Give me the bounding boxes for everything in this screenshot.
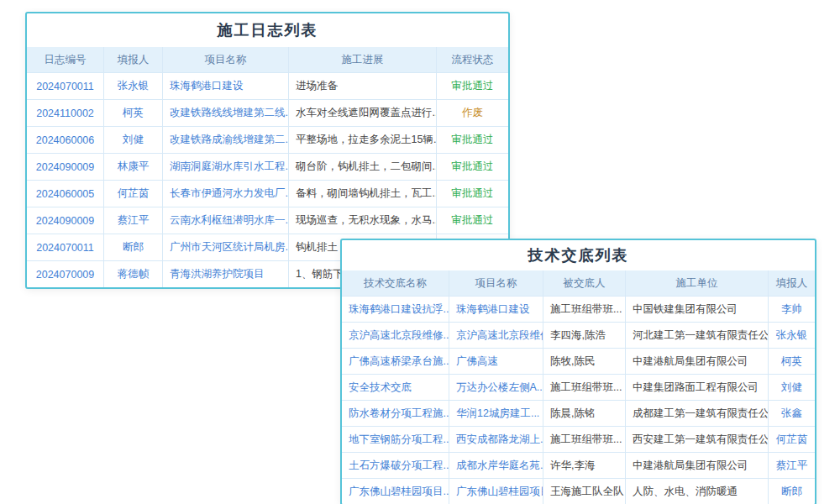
progress-text: 现场巡查，无积水现象，水马... xyxy=(289,207,437,234)
reporter-link[interactable]: 张永银 xyxy=(769,323,815,348)
disclosed-person-text: 王海施工队全队 xyxy=(543,479,626,504)
table-row: 2024060005何芷茵长春市伊通河水力发电厂...备料，砌间墙钩机排土，瓦工… xyxy=(27,181,508,207)
disclosed-person-text: 许华,李海 xyxy=(543,453,626,478)
reporter-link[interactable]: 柯英 xyxy=(769,349,815,374)
log-id-link[interactable]: 2024060005 xyxy=(27,181,104,207)
table-row: 2024090009林康平湖南洞庭湖水库引水工程...砌台阶，钩机排土，二包砌间… xyxy=(27,154,508,181)
reporter-link[interactable]: 蔡江平 xyxy=(769,453,815,478)
disclosure-name-link[interactable]: 土石方爆破分项工程... xyxy=(342,453,449,478)
construction-log-header-row: 日志编号填报人项目名称施工进展流程状态 xyxy=(27,47,508,73)
disclosed-person-text: 李四海,陈浩 xyxy=(543,323,626,348)
table-row: 2024060006刘健改建铁路成渝线增建第二...平整场地，拉走多余泥土15辆… xyxy=(27,127,508,154)
project-name-link[interactable]: 华润12城房建工... xyxy=(449,401,543,426)
tech-disclosure-header-row: 技术交底名称项目名称被交底人施工单位填报人 xyxy=(342,270,815,297)
table-row: 土石方爆破分项工程...成都水岸华庭名苑...许华,李海中建港航局集团有限公司蔡… xyxy=(342,453,815,479)
reporter-link[interactable]: 蒋德帧 xyxy=(104,261,163,287)
reporter-link[interactable]: 断郎 xyxy=(104,234,163,260)
disclosure-name-link[interactable]: 广佛高速桥梁承台施... xyxy=(342,349,449,374)
reporter-link[interactable]: 何芷茵 xyxy=(769,427,815,452)
disclosure-name-link[interactable]: 京沪高速北京段维修... xyxy=(342,323,449,348)
status-badge: 审批通过 xyxy=(437,181,508,207)
project-name-link[interactable]: 青海洪湖养护院项目 xyxy=(163,261,289,287)
log-id-link[interactable]: 2024060006 xyxy=(27,127,104,153)
disclosure-name-link[interactable]: 防水卷材分项工程施... xyxy=(342,401,449,426)
column-header-id: 日志编号 xyxy=(27,47,104,72)
disclosure-name-link[interactable]: 广东佛山碧桂园项目... xyxy=(342,479,449,504)
project-name-link[interactable]: 广东佛山碧桂园项目 xyxy=(449,479,543,504)
project-name-link[interactable]: 云南水利枢纽潜明水库一... xyxy=(163,207,289,234)
reporter-link[interactable]: 张永银 xyxy=(104,73,163,99)
project-name-link[interactable]: 珠海鹤港口建设 xyxy=(449,297,543,322)
construction-unit-text: 西安建工第一建筑有限责任公司 xyxy=(626,427,769,452)
project-name-link[interactable]: 京沪高速北京段维修 xyxy=(449,323,543,348)
project-name-link[interactable]: 湖南洞庭湖水库引水工程... xyxy=(163,154,289,180)
disclosure-name-link[interactable]: 珠海鹤港口建设抗浮... xyxy=(342,297,449,322)
reporter-link[interactable]: 蔡江平 xyxy=(104,207,163,234)
reporter-link[interactable]: 张鑫 xyxy=(769,401,815,426)
project-name-link[interactable]: 成都水岸华庭名苑... xyxy=(449,453,543,478)
column-header-person: 被交底人 xyxy=(543,270,626,296)
log-id-link[interactable]: 2024090009 xyxy=(27,207,104,234)
project-name-link[interactable]: 珠海鹤港口建设 xyxy=(163,73,289,99)
table-row: 安全技术交底万达办公楼左侧A...施工班组带班...中建集团路面工程有限公司刘健 xyxy=(342,375,815,401)
log-id-link[interactable]: 2024090009 xyxy=(27,154,104,180)
disclosed-person-text: 陈晨,陈铭 xyxy=(543,401,626,426)
reporter-link[interactable]: 刘健 xyxy=(104,127,163,153)
status-badge: 审批通过 xyxy=(437,127,508,153)
disclosed-person-text: 施工班组带班... xyxy=(543,297,626,322)
progress-text: 进场准备 xyxy=(289,73,437,99)
disclosed-person-text: 陈牧,陈民 xyxy=(543,349,626,374)
tech-disclosure-panel: 技术交底列表 技术交底名称项目名称被交底人施工单位填报人 珠海鹤港口建设抗浮..… xyxy=(340,239,816,504)
table-row: 珠海鹤港口建设抗浮...珠海鹤港口建设施工班组带班...中国铁建集团有限公司李帅 xyxy=(342,297,815,323)
construction-unit-text: 中建港航局集团有限公司 xyxy=(626,349,769,374)
construction-unit-text: 中建集团路面工程有限公司 xyxy=(626,375,769,400)
status-badge: 审批通过 xyxy=(437,73,508,99)
construction-unit-text: 中建港航局集团有限公司 xyxy=(626,453,769,478)
table-row: 京沪高速北京段维修...京沪高速北京段维修李四海,陈浩河北建工第一建筑有限责任公… xyxy=(342,323,815,349)
status-badge: 审批通过 xyxy=(437,154,508,180)
log-id-link[interactable]: 2024070011 xyxy=(27,234,104,260)
project-name-link[interactable]: 改建铁路成渝线增建第二... xyxy=(163,127,289,153)
status-badge: 作废 xyxy=(437,100,508,126)
construction-unit-text: 人防、水电、消防暖通 xyxy=(626,479,769,504)
disclosure-name-link[interactable]: 安全技术交底 xyxy=(342,375,449,400)
disclosed-person-text: 施工班组带班... xyxy=(543,427,626,452)
construction-log-title: 施工日志列表 xyxy=(27,13,508,47)
table-row: 2024070011张永银珠海鹤港口建设进场准备审批通过 xyxy=(27,73,508,100)
construction-unit-text: 成都建工第一建筑有限责任公司 xyxy=(626,401,769,426)
disclosed-person-text: 施工班组带班... xyxy=(543,375,626,400)
column-header-reporter: 填报人 xyxy=(104,47,163,72)
column-header-progress: 施工进展 xyxy=(289,47,437,72)
table-row: 2024110002柯英改建铁路线线增建第二线...水车对全线遮阳网覆盖点进行.… xyxy=(27,100,508,127)
log-id-link[interactable]: 2024070009 xyxy=(27,261,104,287)
progress-text: 水车对全线遮阳网覆盖点进行... xyxy=(289,100,437,126)
table-row: 2024090009蔡江平云南水利枢纽潜明水库一...现场巡查，无积水现象，水马… xyxy=(27,207,508,234)
column-header-status: 流程状态 xyxy=(437,47,508,72)
table-row: 防水卷材分项工程施...华润12城房建工...陈晨,陈铭成都建工第一建筑有限责任… xyxy=(342,401,815,427)
status-badge: 审批通过 xyxy=(437,207,508,234)
tech-disclosure-title: 技术交底列表 xyxy=(342,240,815,270)
reporter-link[interactable]: 柯英 xyxy=(104,100,163,126)
progress-text: 平整场地，拉走多余泥土15辆... xyxy=(289,127,437,153)
project-name-link[interactable]: 改建铁路线线增建第二线... xyxy=(163,100,289,126)
reporter-link[interactable]: 刘健 xyxy=(769,375,815,400)
reporter-link[interactable]: 李帅 xyxy=(769,297,815,322)
column-header-project: 项目名称 xyxy=(449,270,543,296)
reporter-link[interactable]: 何芷茵 xyxy=(104,181,163,207)
project-name-link[interactable]: 万达办公楼左侧A... xyxy=(449,375,543,400)
project-name-link[interactable]: 广佛高速 xyxy=(449,349,543,374)
project-name-link[interactable]: 广州市天河区统计局机房... xyxy=(163,234,289,260)
project-name-link[interactable]: 长春市伊通河水力发电厂... xyxy=(163,181,289,207)
log-id-link[interactable]: 2024070011 xyxy=(27,73,104,99)
column-header-name: 技术交底名称 xyxy=(342,270,449,296)
project-name-link[interactable]: 西安成都路龙湖上... xyxy=(449,427,543,452)
disclosure-name-link[interactable]: 地下室钢筋分项工程... xyxy=(342,427,449,452)
desktop-canvas: 施工日志列表 日志编号填报人项目名称施工进展流程状态 2024070011张永银… xyxy=(0,0,840,504)
table-row: 广佛高速桥梁承台施...广佛高速陈牧,陈民中建港航局集团有限公司柯英 xyxy=(342,349,815,375)
progress-text: 砌台阶，钩机排土，二包砌间... xyxy=(289,154,437,180)
progress-text: 备料，砌间墙钩机排土，瓦工... xyxy=(289,181,437,207)
log-id-link[interactable]: 2024110002 xyxy=(27,100,104,126)
reporter-link[interactable]: 林康平 xyxy=(104,154,163,180)
reporter-link[interactable]: 断郎 xyxy=(769,479,815,504)
construction-unit-text: 河北建工第一建筑有限责任公司 xyxy=(626,323,769,348)
